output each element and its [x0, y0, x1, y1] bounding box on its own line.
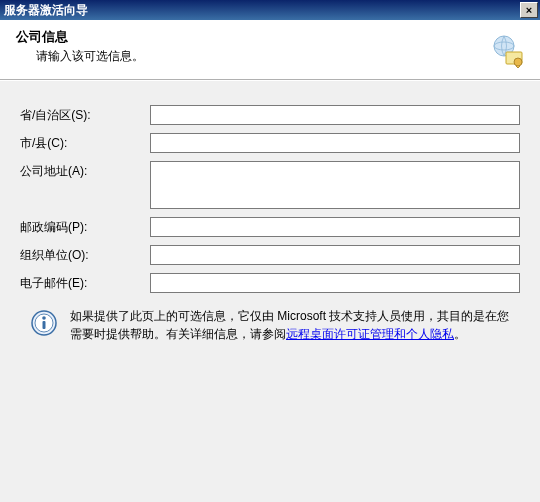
close-button[interactable]: × [520, 2, 538, 18]
window-titlebar: 服务器激活向导 × [0, 0, 540, 20]
info-text: 如果提供了此页上的可选信息，它仅由 Microsoft 技术支持人员使用，其目的… [70, 307, 520, 343]
wizard-header: 公司信息 请输入该可选信息。 [0, 20, 540, 80]
postal-input[interactable] [150, 217, 520, 237]
form-row-postal: 邮政编码(P): [20, 217, 520, 237]
privacy-link[interactable]: 远程桌面许可证管理和个人隐私 [286, 327, 454, 341]
postal-label: 邮政编码(P): [20, 217, 150, 236]
info-row: 如果提供了此页上的可选信息，它仅由 Microsoft 技术支持人员使用，其目的… [20, 307, 520, 343]
state-label: 省/自治区(S): [20, 105, 150, 124]
form-row-state: 省/自治区(S): [20, 105, 520, 125]
svg-point-7 [42, 316, 46, 320]
address-input[interactable] [150, 161, 520, 209]
svg-point-3 [514, 58, 522, 66]
form-row-org: 组织单位(O): [20, 245, 520, 265]
page-subtitle: 请输入该可选信息。 [36, 48, 524, 65]
svg-rect-6 [43, 321, 46, 329]
address-label: 公司地址(A): [20, 161, 150, 180]
window-title: 服务器激活向导 [4, 2, 88, 19]
form-row-email: 电子邮件(E): [20, 273, 520, 293]
city-label: 市/县(C): [20, 133, 150, 152]
wizard-logo-icon [490, 34, 524, 68]
wizard-body: 省/自治区(S): 市/县(C): 公司地址(A): 邮政编码(P): 组织单位… [0, 80, 540, 502]
org-label: 组织单位(O): [20, 245, 150, 264]
email-input[interactable] [150, 273, 520, 293]
form-row-city: 市/县(C): [20, 133, 520, 153]
city-input[interactable] [150, 133, 520, 153]
info-text-part2: 。 [454, 327, 466, 341]
form-row-address: 公司地址(A): [20, 161, 520, 209]
org-input[interactable] [150, 245, 520, 265]
close-icon: × [526, 5, 532, 16]
state-input[interactable] [150, 105, 520, 125]
page-title: 公司信息 [16, 28, 524, 46]
info-icon [30, 309, 58, 343]
email-label: 电子邮件(E): [20, 273, 150, 292]
